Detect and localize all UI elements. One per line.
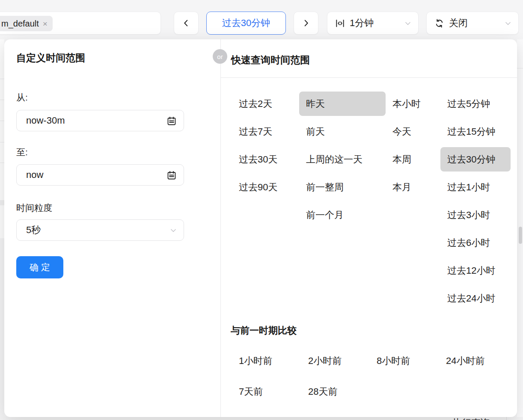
filter-tag-label: m_default [1, 19, 39, 29]
compare-option[interactable]: 2小时前 [301, 346, 370, 376]
partial-query-button[interactable]: 执行查询 [452, 417, 490, 420]
quick-column-relative-days: 昨天 前天 上周的这一天 前一整周 前一个月 [299, 90, 386, 312]
quick-panel-header: 快速查询时间范围 [221, 39, 517, 78]
quick-option[interactable]: 前天 [299, 119, 386, 144]
granularity-label: 1分钟 [350, 17, 374, 30]
granularity-field-label: 时间粒度 [16, 202, 52, 214]
scrollbar-thumb[interactable] [519, 227, 522, 244]
calendar-icon[interactable] [166, 170, 177, 180]
quick-option[interactable]: 过去90天 [232, 175, 299, 199]
from-value: now-30m [26, 115, 65, 126]
quick-option[interactable]: 过去24小时 [440, 286, 511, 311]
background-page-bottom: 执行查询 [0, 417, 523, 420]
quick-option[interactable]: 本小时 [386, 92, 440, 116]
quick-option[interactable]: 过去5分钟 [440, 92, 511, 116]
or-badge: or [213, 49, 227, 64]
compare-option[interactable]: 8小时前 [370, 346, 439, 376]
filter-tag-input[interactable]: m_default × [0, 12, 161, 35]
quick-option[interactable]: 今天 [386, 119, 440, 144]
quick-option-selected[interactable]: 过去30分钟 [440, 147, 511, 172]
chevron-left-icon [181, 18, 191, 28]
quick-option-selected[interactable]: 昨天 [299, 92, 386, 116]
auto-refresh-label: 关闭 [449, 17, 468, 30]
compare-option[interactable]: 7天前 [232, 376, 301, 407]
compare-option[interactable]: 28天前 [301, 376, 370, 407]
quick-option[interactable]: 过去15分钟 [440, 119, 511, 144]
quick-option[interactable]: 过去12小时 [440, 258, 511, 283]
remove-tag-icon[interactable]: × [43, 20, 48, 28]
compare-options-grid: 1小时前 2小时前 8小时前 24小时前 7天前 28天前 [232, 346, 508, 407]
quick-option[interactable]: 本周 [386, 147, 440, 172]
quick-option[interactable]: 过去7天 [232, 119, 299, 144]
quick-options-grid: 过去2天 过去7天 过去30天 过去90天 昨天 前天 上周的这一天 前一整周 … [232, 90, 511, 312]
quick-column-days: 过去2天 过去7天 过去30天 过去90天 [232, 90, 299, 312]
next-range-button[interactable] [294, 12, 318, 35]
quick-option[interactable]: 过去6小时 [440, 231, 511, 255]
time-range-button[interactable]: 过去30分钟 [206, 12, 286, 35]
chevron-right-icon [301, 18, 311, 28]
quick-option[interactable]: 上周的这一天 [299, 147, 386, 172]
quick-option[interactable]: 过去2天 [232, 92, 299, 116]
quick-option[interactable]: 过去30天 [232, 147, 299, 172]
compare-option[interactable]: 24小时前 [439, 346, 508, 376]
granularity-select[interactable]: 5秒 [16, 219, 184, 241]
chevron-down-icon [504, 19, 512, 28]
quick-option[interactable]: 前一整周 [299, 175, 386, 199]
background-page-right-edge [517, 39, 523, 420]
to-value: now [26, 169, 43, 180]
time-picker-popover: or 自定义时间范围 从: now-30m 至: now [4, 39, 517, 417]
to-input[interactable]: now [16, 164, 184, 186]
chevron-down-icon [404, 19, 412, 28]
quick-column-current: 本小时 今天 本周 本月 [386, 90, 440, 312]
confirm-button[interactable]: 确 定 [16, 256, 63, 278]
to-label: 至: [16, 146, 28, 158]
granularity-value: 5秒 [26, 224, 41, 237]
quick-panel-title: 快速查询时间范围 [231, 53, 310, 67]
quick-option[interactable]: 本月 [386, 175, 440, 199]
time-range-label: 过去30分钟 [222, 17, 270, 30]
refresh-icon [434, 18, 444, 28]
background-page-left-edge [0, 39, 4, 420]
from-input[interactable]: now-30m [16, 110, 184, 131]
custom-panel-title: 自定义时间范围 [16, 51, 85, 65]
chevron-down-icon [169, 226, 178, 235]
quick-option[interactable]: 过去3小时 [440, 203, 511, 227]
quick-range-panel: 快速查询时间范围 过去2天 过去7天 过去30天 过去90天 昨天 前天 上周的… [220, 39, 517, 417]
quick-option[interactable]: 前一个月 [299, 203, 386, 227]
custom-range-panel: 自定义时间范围 从: now-30m 至: now [4, 39, 220, 417]
previous-range-button[interactable] [174, 12, 199, 35]
compare-option[interactable]: 1小时前 [232, 346, 301, 376]
interval-icon [335, 18, 345, 28]
quick-option[interactable]: 过去1小时 [440, 175, 511, 199]
auto-refresh-dropdown[interactable]: 关闭 [426, 12, 519, 35]
compare-section-title: 与前一时期比较 [231, 324, 297, 337]
granularity-dropdown[interactable]: 1分钟 [327, 12, 419, 35]
quick-column-minutes-hours: 过去5分钟 过去15分钟 过去30分钟 过去1小时 过去3小时 过去6小时 过去… [440, 90, 511, 312]
from-label: 从: [16, 92, 28, 104]
filter-tag[interactable]: m_default × [0, 16, 53, 31]
calendar-icon[interactable] [166, 116, 177, 126]
